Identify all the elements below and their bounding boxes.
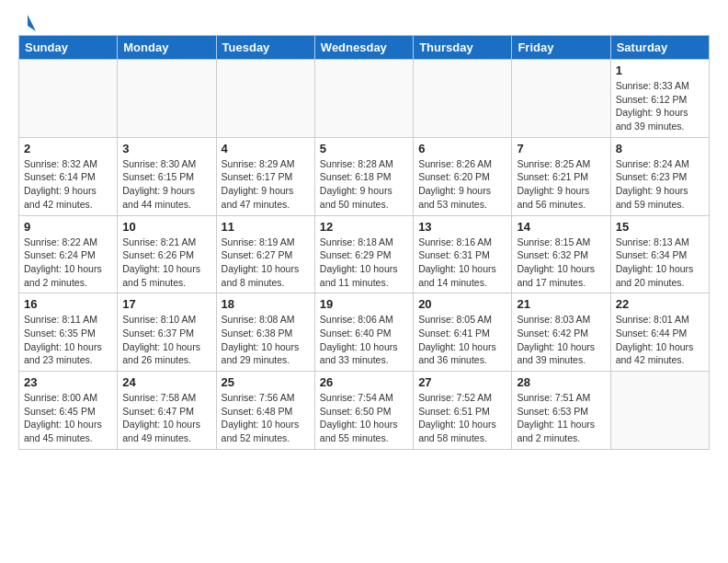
day-number: 18 — [222, 297, 310, 311]
calendar-week-row: 1Sunrise: 8:33 AM Sunset: 6:12 PM Daylig… — [19, 60, 710, 138]
calendar-cell: 26Sunrise: 7:54 AM Sunset: 6:50 PM Dayli… — [314, 372, 413, 450]
calendar-cell: 14Sunrise: 8:15 AM Sunset: 6:32 PM Dayli… — [512, 215, 610, 293]
day-number: 21 — [517, 297, 605, 311]
day-info: Sunrise: 7:51 AM Sunset: 6:53 PM Dayligh… — [517, 391, 605, 445]
svg-marker-0 — [28, 15, 36, 31]
day-number: 20 — [418, 297, 506, 311]
calendar-cell: 8Sunrise: 8:24 AM Sunset: 6:23 PM Daylig… — [610, 137, 709, 215]
day-number: 4 — [222, 142, 310, 155]
day-number: 6 — [418, 142, 506, 155]
calendar-cell: 24Sunrise: 7:58 AM Sunset: 6:47 PM Dayli… — [118, 372, 216, 450]
day-info: Sunrise: 8:30 AM Sunset: 6:15 PM Dayligh… — [122, 157, 210, 212]
calendar-cell — [610, 372, 709, 450]
day-info: Sunrise: 8:33 AM Sunset: 6:12 PM Dayligh… — [616, 79, 704, 133]
day-number: 9 — [24, 220, 112, 234]
calendar-cell: 22Sunrise: 8:01 AM Sunset: 6:44 PM Dayli… — [610, 293, 709, 372]
day-number: 26 — [320, 375, 408, 389]
day-number: 17 — [122, 297, 210, 311]
day-info: Sunrise: 8:32 AM Sunset: 6:14 PM Dayligh… — [24, 157, 112, 212]
day-of-week-header: Thursday — [414, 36, 512, 60]
day-number: 27 — [418, 375, 506, 389]
day-number: 23 — [24, 375, 112, 389]
day-info: Sunrise: 7:56 AM Sunset: 6:48 PM Dayligh… — [222, 391, 310, 445]
calendar-week-row: 2Sunrise: 8:32 AM Sunset: 6:14 PM Daylig… — [19, 137, 710, 215]
day-of-week-header: Saturday — [610, 36, 709, 60]
day-info: Sunrise: 8:29 AM Sunset: 6:17 PM Dayligh… — [222, 157, 310, 212]
day-number: 13 — [418, 220, 506, 234]
day-info: Sunrise: 8:05 AM Sunset: 6:41 PM Dayligh… — [418, 313, 506, 367]
day-info: Sunrise: 8:21 AM Sunset: 6:26 PM Dayligh… — [122, 236, 210, 290]
day-info: Sunrise: 8:06 AM Sunset: 6:40 PM Dayligh… — [320, 313, 408, 367]
calendar-cell: 17Sunrise: 8:10 AM Sunset: 6:37 PM Dayli… — [118, 293, 216, 372]
day-number: 15 — [616, 220, 704, 234]
calendar-cell: 12Sunrise: 8:18 AM Sunset: 6:29 PM Dayli… — [314, 215, 413, 293]
calendar-header-row: SundayMondayTuesdayWednesdayThursdayFrid… — [19, 36, 710, 60]
calendar-cell — [414, 60, 512, 138]
day-info: Sunrise: 7:58 AM Sunset: 6:47 PM Dayligh… — [122, 391, 210, 445]
calendar-week-row: 16Sunrise: 8:11 AM Sunset: 6:35 PM Dayli… — [19, 293, 710, 372]
day-info: Sunrise: 8:11 AM Sunset: 6:35 PM Dayligh… — [24, 313, 112, 367]
day-info: Sunrise: 8:25 AM Sunset: 6:21 PM Dayligh… — [517, 157, 605, 212]
page: SundayMondayTuesdayWednesdayThursdayFrid… — [0, 0, 728, 465]
calendar-cell: 11Sunrise: 8:19 AM Sunset: 6:27 PM Dayli… — [216, 215, 314, 293]
day-info: Sunrise: 8:13 AM Sunset: 6:34 PM Dayligh… — [616, 236, 704, 290]
header — [18, 15, 710, 28]
calendar-cell: 15Sunrise: 8:13 AM Sunset: 6:34 PM Dayli… — [610, 215, 709, 293]
calendar-cell: 10Sunrise: 8:21 AM Sunset: 6:26 PM Dayli… — [118, 215, 216, 293]
day-info: Sunrise: 8:00 AM Sunset: 6:45 PM Dayligh… — [24, 391, 112, 445]
day-number: 1 — [616, 63, 704, 77]
logo-icon — [19, 15, 36, 31]
day-number: 8 — [616, 142, 704, 155]
calendar-week-row: 23Sunrise: 8:00 AM Sunset: 6:45 PM Dayli… — [19, 372, 710, 450]
logo — [18, 15, 36, 28]
day-info: Sunrise: 8:19 AM Sunset: 6:27 PM Dayligh… — [222, 236, 310, 290]
calendar-cell: 5Sunrise: 8:28 AM Sunset: 6:18 PM Daylig… — [314, 137, 413, 215]
day-of-week-header: Wednesday — [314, 36, 413, 60]
calendar: SundayMondayTuesdayWednesdayThursdayFrid… — [18, 35, 710, 450]
calendar-cell: 25Sunrise: 7:56 AM Sunset: 6:48 PM Dayli… — [216, 372, 314, 450]
calendar-week-row: 9Sunrise: 8:22 AM Sunset: 6:24 PM Daylig… — [19, 215, 710, 293]
day-number: 28 — [517, 375, 605, 389]
calendar-cell: 3Sunrise: 8:30 AM Sunset: 6:15 PM Daylig… — [118, 137, 216, 215]
day-number: 5 — [320, 142, 408, 155]
day-info: Sunrise: 8:18 AM Sunset: 6:29 PM Dayligh… — [320, 236, 408, 290]
day-number: 12 — [320, 220, 408, 234]
day-info: Sunrise: 8:01 AM Sunset: 6:44 PM Dayligh… — [616, 313, 704, 367]
calendar-cell — [118, 60, 216, 138]
day-number: 10 — [122, 220, 210, 234]
calendar-cell: 19Sunrise: 8:06 AM Sunset: 6:40 PM Dayli… — [314, 293, 413, 372]
calendar-cell: 6Sunrise: 8:26 AM Sunset: 6:20 PM Daylig… — [414, 137, 512, 215]
day-of-week-header: Sunday — [19, 36, 118, 60]
day-number: 7 — [517, 142, 605, 155]
calendar-cell: 21Sunrise: 8:03 AM Sunset: 6:42 PM Dayli… — [512, 293, 610, 372]
calendar-cell: 28Sunrise: 7:51 AM Sunset: 6:53 PM Dayli… — [512, 372, 610, 450]
day-info: Sunrise: 8:26 AM Sunset: 6:20 PM Dayligh… — [418, 157, 506, 212]
calendar-cell: 13Sunrise: 8:16 AM Sunset: 6:31 PM Dayli… — [414, 215, 512, 293]
day-of-week-header: Tuesday — [216, 36, 314, 60]
calendar-cell: 7Sunrise: 8:25 AM Sunset: 6:21 PM Daylig… — [512, 137, 610, 215]
calendar-cell: 18Sunrise: 8:08 AM Sunset: 6:38 PM Dayli… — [216, 293, 314, 372]
calendar-cell: 16Sunrise: 8:11 AM Sunset: 6:35 PM Dayli… — [19, 293, 118, 372]
calendar-cell: 9Sunrise: 8:22 AM Sunset: 6:24 PM Daylig… — [19, 215, 118, 293]
day-info: Sunrise: 8:08 AM Sunset: 6:38 PM Dayligh… — [222, 313, 310, 367]
calendar-cell — [314, 60, 413, 138]
day-number: 2 — [24, 142, 112, 155]
day-info: Sunrise: 8:15 AM Sunset: 6:32 PM Dayligh… — [517, 236, 605, 290]
day-info: Sunrise: 8:22 AM Sunset: 6:24 PM Dayligh… — [24, 236, 112, 290]
day-number: 24 — [122, 375, 210, 389]
calendar-cell: 4Sunrise: 8:29 AM Sunset: 6:17 PM Daylig… — [216, 137, 314, 215]
day-number: 19 — [320, 297, 408, 311]
calendar-cell: 23Sunrise: 8:00 AM Sunset: 6:45 PM Dayli… — [19, 372, 118, 450]
day-number: 11 — [222, 220, 310, 234]
day-number: 25 — [222, 375, 310, 389]
calendar-cell: 2Sunrise: 8:32 AM Sunset: 6:14 PM Daylig… — [19, 137, 118, 215]
day-of-week-header: Friday — [512, 36, 610, 60]
day-info: Sunrise: 8:10 AM Sunset: 6:37 PM Dayligh… — [122, 313, 210, 367]
day-info: Sunrise: 8:28 AM Sunset: 6:18 PM Dayligh… — [320, 157, 408, 212]
day-info: Sunrise: 7:52 AM Sunset: 6:51 PM Dayligh… — [418, 391, 506, 445]
calendar-cell — [512, 60, 610, 138]
calendar-cell — [216, 60, 314, 138]
calendar-cell: 27Sunrise: 7:52 AM Sunset: 6:51 PM Dayli… — [414, 372, 512, 450]
day-number: 14 — [517, 220, 605, 234]
calendar-cell — [19, 60, 118, 138]
